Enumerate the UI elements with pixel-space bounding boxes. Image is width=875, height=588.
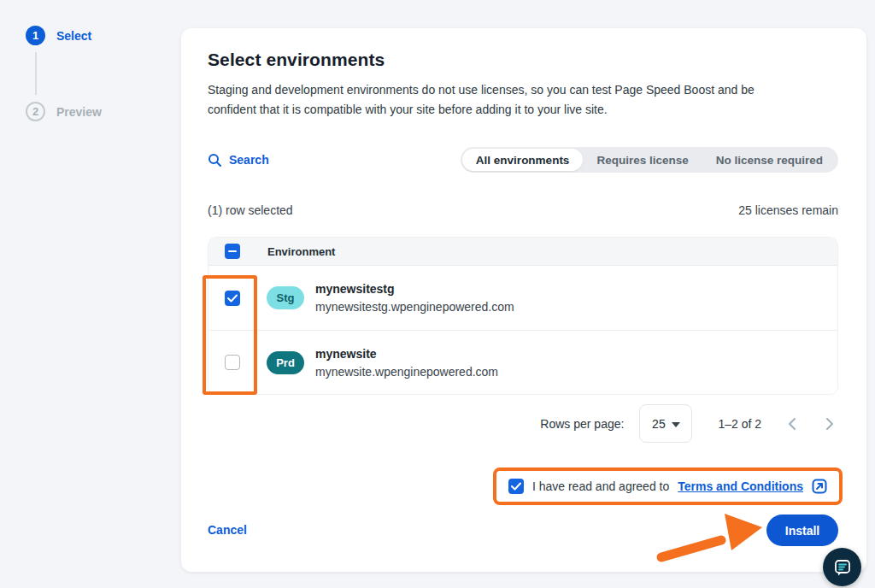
- chat-widget-button[interactable]: [823, 548, 861, 586]
- table-row-mynewsitestg[interactable]: Stg mynewsitestg mynewsitestg.wpenginepo…: [208, 266, 837, 330]
- stepper-step-preview[interactable]: 2 Preview: [26, 102, 154, 121]
- rows-selected-count: (1) row selected: [208, 203, 293, 217]
- table-header-row: Environment: [208, 238, 837, 266]
- dialog-description: Staging and development environments do …: [208, 80, 755, 120]
- stepper: 1 Select 2 Preview: [26, 26, 154, 121]
- select-all-checkbox[interactable]: [225, 244, 240, 259]
- environment-url: mynewsite.wpenginepowered.com: [315, 365, 498, 379]
- terms-checkbox[interactable]: [508, 479, 524, 494]
- environment-badge-staging: Stg: [267, 286, 304, 309]
- chat-bubble-icon: [832, 557, 853, 578]
- pagination-range: 1–2 of 2: [718, 417, 761, 431]
- search-button[interactable]: Search: [208, 153, 269, 168]
- terms-agreement-row: I have read and agreed to Terms and Cond…: [493, 467, 843, 505]
- toolbar: Search All environments Requires license…: [208, 147, 838, 173]
- environment-name: mynewsite: [315, 347, 498, 361]
- tab-all-environments[interactable]: All environments: [462, 149, 584, 171]
- column-header-environment: Environment: [267, 245, 335, 258]
- search-label: Search: [229, 153, 269, 167]
- step-number-badge: 1: [26, 26, 45, 45]
- licenses-remaining: 25 licenses remain: [738, 203, 838, 217]
- table-row-mynewsite[interactable]: Prd mynewsite mynewsite.wpenginepowered.…: [208, 330, 837, 394]
- environment-url: mynewsitestg.wpenginepowered.com: [315, 300, 514, 314]
- tab-requires-license[interactable]: Requires license: [583, 149, 702, 171]
- step-number-badge: 2: [26, 102, 45, 121]
- select-environments-dialog: Select environments Staging and developm…: [181, 28, 866, 572]
- search-icon: [208, 153, 222, 168]
- page-title: Select environments: [208, 50, 838, 70]
- row-checkbox-checked[interactable]: [225, 291, 240, 306]
- environments-table: Environment Stg mynewsitestg mynewsitest…: [208, 237, 838, 395]
- chevron-down-icon: [672, 422, 680, 427]
- stepper-step-select[interactable]: 1 Select: [26, 26, 154, 45]
- filter-tabbar: All environments Requires license No lic…: [461, 147, 838, 173]
- install-button[interactable]: Install: [766, 514, 838, 546]
- next-page-button[interactable]: [821, 415, 838, 432]
- page: 1 Select 2 Preview Select environments S…: [0, 0, 875, 588]
- stepper-connector: [35, 52, 37, 95]
- summary-row: (1) row selected 25 licenses remain: [208, 203, 838, 217]
- tab-no-license-required[interactable]: No license required: [702, 149, 837, 171]
- rows-per-page-value: 25: [652, 417, 666, 431]
- environment-badge-production: Prd: [267, 351, 304, 374]
- external-link-icon: [812, 479, 827, 494]
- terms-and-conditions-link[interactable]: Terms and Conditions: [678, 479, 803, 493]
- rows-per-page-label: Rows per page:: [540, 417, 624, 431]
- row-checkbox-unchecked[interactable]: [225, 355, 240, 370]
- cancel-button[interactable]: Cancel: [208, 523, 247, 537]
- step-label: Preview: [56, 105, 102, 119]
- rows-per-page-select[interactable]: 25: [639, 404, 692, 443]
- step-label: Select: [56, 29, 91, 43]
- environment-name: mynewsitestg: [315, 282, 514, 296]
- previous-page-button[interactable]: [784, 415, 801, 432]
- terms-text: I have read and agreed to: [532, 479, 669, 493]
- pagination: Rows per page: 25 1–2 of 2: [540, 404, 838, 443]
